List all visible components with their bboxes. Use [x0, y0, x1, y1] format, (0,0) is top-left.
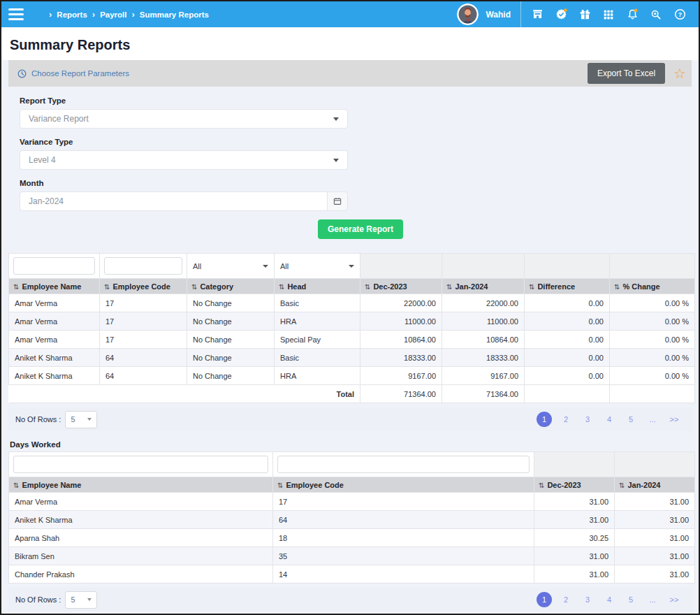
page-button[interactable]: 5: [623, 412, 639, 427]
variance-type-value: Level 4: [29, 155, 56, 165]
column-header[interactable]: ⇅Employee Name: [9, 279, 100, 294]
employee-code-filter-input[interactable]: [104, 257, 182, 275]
category-filter-select[interactable]: All: [191, 262, 270, 270]
column-header[interactable]: ⇅Employee Code: [100, 279, 187, 294]
table-cell: 0.00: [525, 349, 610, 367]
storefront-icon[interactable]: [525, 4, 549, 25]
content-area: Choose Report Parameters Export To Excel…: [1, 60, 699, 615]
column-header[interactable]: ⇅Jan-2024: [442, 279, 525, 294]
divider: [520, 1, 521, 27]
category-filter-value: All: [193, 262, 201, 270]
menu-icon[interactable]: [8, 8, 24, 20]
page-button[interactable]: 4: [601, 412, 617, 427]
ellipsis-pages: ...: [645, 412, 660, 427]
rows-per-page-select[interactable]: 5: [65, 591, 97, 609]
table-cell: 9167.00: [360, 367, 442, 385]
employee-name-filter-input[interactable]: [13, 257, 95, 275]
column-header[interactable]: ⇅Category: [187, 279, 275, 294]
calendar-icon[interactable]: [327, 191, 348, 211]
table-cell: 22000.00: [360, 294, 442, 312]
page-button[interactable]: 3: [580, 592, 595, 607]
breadcrumb-reports[interactable]: Reports: [57, 10, 87, 19]
table-row: Amar Verma17No ChangeHRA11000.0011000.00…: [9, 312, 695, 331]
page-button[interactable]: 5: [623, 592, 639, 607]
column-header[interactable]: ⇅Dec-2023: [360, 279, 442, 294]
column-header[interactable]: ⇅Dec-2023: [534, 477, 615, 493]
column-header[interactable]: ⇅Employee Code: [273, 477, 534, 493]
breadcrumb-payroll[interactable]: Payroll: [100, 10, 126, 19]
rows-per-page-select[interactable]: 5: [65, 411, 97, 428]
table-cell: Amar Verma: [9, 294, 100, 312]
page-button[interactable]: 1: [537, 592, 552, 607]
page-buttons: 12345...>>: [537, 592, 685, 607]
table-row: Bikram Sen3531.0031.00: [9, 547, 695, 565]
table-cell: 0.00: [525, 294, 610, 312]
employee-code-filter-input[interactable]: [277, 456, 530, 473]
column-header[interactable]: ⇅% Change: [610, 279, 695, 294]
sort-icon: ⇅: [13, 283, 19, 291]
notifications-bell-icon[interactable]: [620, 4, 644, 25]
page-button[interactable]: 1: [537, 412, 552, 427]
table-cell: Aniket K Sharma: [9, 349, 100, 367]
chevron-right-icon: ›: [92, 9, 95, 20]
table-cell: 64: [273, 511, 534, 529]
page-title: Summary Reports: [10, 37, 690, 53]
table-cell: 0.00 %: [610, 294, 695, 312]
sort-icon: ⇅: [614, 283, 620, 291]
favorite-star-icon[interactable]: ☆: [673, 66, 686, 80]
table-cell: 17: [100, 312, 187, 331]
table-cell: 31.00: [534, 565, 615, 584]
sort-icon: ⇅: [191, 283, 197, 291]
month-label: Month: [20, 179, 699, 187]
page-button[interactable]: 3: [580, 412, 595, 427]
table-cell: 64: [100, 349, 187, 367]
help-icon[interactable]: ?: [668, 4, 692, 25]
topbar-actions: Wahid ?: [457, 1, 692, 27]
chevron-right-icon: ›: [49, 9, 52, 20]
table-cell: 31.00: [615, 493, 695, 511]
variance-pagination: No Of Rows : 5 12345...>>: [8, 407, 692, 431]
table-cell: Aniket K Sharma: [9, 367, 100, 385]
breadcrumb-summary-reports[interactable]: Summary Reports: [140, 10, 209, 19]
column-header[interactable]: ⇅Head: [275, 279, 360, 294]
export-to-excel-button[interactable]: Export To Excel: [588, 63, 665, 84]
page-button[interactable]: 4: [601, 592, 617, 607]
table-row: Amar Verma17No ChangeBasic22000.0022000.…: [9, 294, 695, 312]
table-cell: 0.00 %: [610, 331, 695, 349]
table-cell: 31.00: [615, 511, 695, 529]
chevron-right-icon: ›: [132, 9, 135, 20]
variance-type-select[interactable]: Level 4: [20, 150, 348, 170]
column-header[interactable]: ⇅Difference: [525, 279, 610, 294]
column-header[interactable]: ⇅Jan-2024: [615, 477, 695, 493]
table-cell: HRA: [275, 312, 360, 331]
chevron-down-icon: [263, 265, 268, 268]
report-type-select[interactable]: Variance Report: [20, 109, 348, 129]
page-button[interactable]: 2: [558, 592, 574, 607]
apps-grid-icon[interactable]: [597, 4, 620, 25]
zoom-in-icon[interactable]: [644, 4, 668, 25]
verified-badge-icon[interactable]: [549, 4, 573, 25]
report-type-value: Variance Report: [29, 114, 89, 124]
column-header[interactable]: ⇅Employee Name: [9, 477, 273, 493]
table-cell: 11000.00: [442, 312, 525, 331]
month-input[interactable]: [20, 191, 327, 211]
total-jan-value: 71364.00: [442, 385, 525, 403]
avatar[interactable]: [457, 3, 479, 25]
employee-name-filter-input[interactable]: [13, 456, 268, 473]
table-cell: 0.00: [525, 331, 610, 349]
generate-report-button[interactable]: Generate Report: [318, 219, 403, 239]
choose-report-parameters-link[interactable]: Choose Report Parameters: [17, 68, 129, 79]
user-name[interactable]: Wahid: [486, 10, 511, 20]
filter-row: All All: [9, 254, 695, 279]
table-cell: 31.00: [615, 547, 695, 565]
page-button[interactable]: 2: [558, 412, 574, 427]
table-cell: Basic: [275, 349, 360, 367]
gift-icon[interactable]: [573, 4, 597, 25]
variance-type-label: Variance Type: [20, 138, 699, 146]
table-cell: Special Pay: [275, 331, 360, 349]
days-worked-section-title: Days Worked: [10, 440, 699, 449]
next-pages-button[interactable]: >>: [666, 412, 682, 427]
head-filter-select[interactable]: All: [279, 262, 356, 270]
table-cell: Amar Verma: [9, 493, 273, 511]
next-pages-button[interactable]: >>: [666, 592, 682, 607]
